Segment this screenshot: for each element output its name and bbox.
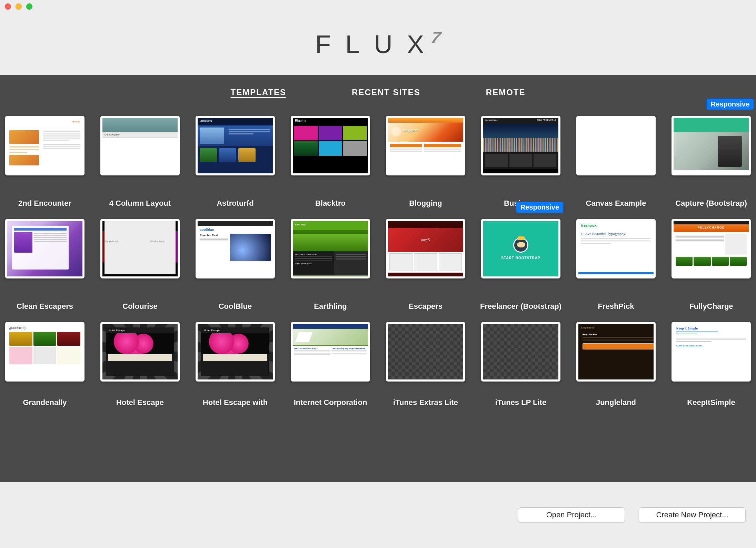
footer-bar: Open Project... Create New Project... [0, 482, 756, 548]
responsive-badge: Responsive [706, 99, 754, 110]
template-thumbnail: grandenally [5, 322, 84, 382]
template-hotel-escape-anim[interactable]: Hotel Escape Hotel Escape with Anim [192, 322, 278, 408]
template-escapers[interactable]: loveS Escapers [383, 219, 468, 312]
template-thumbnail: Colourise Template InfoSidebar Menu [100, 219, 180, 278]
template-thumbnail [672, 116, 751, 175]
maximize-window-button[interactable] [26, 3, 32, 10]
template-fullycharge[interactable]: FULLYCHARGE FullyCharge [668, 219, 754, 312]
template-itunes-extras-lite[interactable]: iTunes Extras Lite [383, 322, 468, 408]
template-thumbnail: loveS [386, 219, 465, 278]
close-window-button[interactable] [5, 3, 11, 10]
template-label: Hotel Escape with Anim [192, 398, 278, 408]
template-thumbnail: coolblue Read Me First [196, 219, 275, 278]
template-earthling[interactable]: earthling welcome to ullamcorperlorem ip… [288, 219, 373, 312]
template-thumbnail: FULLYCHARGE [672, 219, 751, 278]
app-header: FLUX 7 [0, 13, 756, 75]
minimize-window-button[interactable] [16, 3, 22, 10]
template-label: Blogging [409, 199, 442, 209]
template-coolblue[interactable]: coolblue Read Me First CoolBlue [192, 219, 278, 312]
template-label: CoolBlue [219, 302, 252, 312]
template-thumbnail: companylogoNEW PRODUCT 1.0 [481, 116, 560, 175]
template-freelancer-bootstrap[interactable]: Responsive START BOOTSTRAP Freelancer (B… [478, 219, 564, 312]
responsive-badge: Responsive [516, 202, 564, 213]
template-blogging[interactable]: blogging Blogging [383, 116, 468, 209]
template-thumbnail: Hotel Escape [100, 322, 180, 382]
template-label: KeepItSimple [687, 398, 735, 408]
template-label: 4 Column Layout [109, 199, 171, 209]
template-label: Blacktro [315, 199, 346, 209]
template-label: Grandenally [23, 398, 67, 408]
template-label: Hotel Escape [116, 398, 164, 408]
template-thumbnail: Keep It Simple Lorem Ipsum Dolor Sit Ame… [672, 322, 751, 382]
template-thumbnail [576, 116, 656, 175]
template-thumbnail: freshpick. I Love Beautiful Typography. [576, 219, 656, 278]
tab-remote[interactable]: REMOTE [486, 88, 526, 99]
template-freshpick[interactable]: freshpick. I Love Beautiful Typography. … [573, 219, 659, 312]
content-area: TEMPLATES RECENT SITES REMOTE denco 2nd … [0, 75, 756, 482]
template-label: Capture (Bootstrap) [675, 199, 747, 209]
template-label: Jungleland [596, 398, 636, 408]
template-jungleland[interactable]: Jungleland Read Me First Jungleland [573, 322, 659, 408]
template-thumbnail [5, 219, 84, 278]
tab-templates[interactable]: TEMPLATES [231, 88, 287, 99]
template-thumbnail: astroturfd [196, 116, 275, 175]
template-thumbnail [481, 322, 560, 382]
template-label: Canvas Example [586, 199, 646, 209]
template-capture-bootstrap[interactable]: Responsive Capture (Bootstrap) [668, 116, 754, 209]
template-thumbnail: denco [5, 116, 84, 175]
template-label: Internet Corporation [294, 398, 367, 408]
template-thumbnail: What do we do exactly? Outsourcing key p… [291, 322, 370, 382]
template-thumbnail: START BOOTSTRAP [481, 219, 560, 278]
template-canvas-example[interactable]: Canvas Example [573, 116, 659, 209]
window-titlebar [0, 0, 756, 13]
template-label: Freelancer (Bootstrap) [480, 302, 561, 312]
template-thumbnail: Jungleland Read Me First [576, 322, 656, 382]
template-business[interactable]: companylogoNEW PRODUCT 1.0 Business [478, 116, 564, 209]
template-blacktro[interactable]: Blactro Blacktro [288, 116, 373, 209]
template-astroturfd[interactable]: astroturfd Astroturfd [192, 116, 278, 209]
template-thumbnail [386, 322, 465, 382]
template-label: FullyCharge [689, 302, 733, 312]
template-4-column-layout[interactable]: Our Company 4 Column Layout [97, 116, 183, 209]
logo-text: FLUX [315, 30, 438, 59]
template-hotel-escape[interactable]: Hotel Escape Hotel Escape [97, 322, 183, 408]
template-label: iTunes LP Lite [495, 398, 546, 408]
tab-recent-sites[interactable]: RECENT SITES [352, 88, 420, 99]
template-grid: denco 2nd Encounter Our Company 4 Column… [0, 116, 756, 408]
open-project-button[interactable]: Open Project... [518, 507, 625, 522]
template-itunes-lp-lite[interactable]: iTunes LP Lite [478, 322, 564, 408]
template-keepitsimple[interactable]: Keep It Simple Lorem Ipsum Dolor Sit Ame… [668, 322, 754, 408]
template-thumbnail: Blactro [291, 116, 370, 175]
template-clean-escapers[interactable]: Clean Escapers [2, 219, 88, 312]
template-label: Astroturfd [217, 199, 254, 209]
template-thumbnail: blogging [386, 116, 465, 175]
app-logo: FLUX 7 [315, 30, 441, 59]
template-thumbnail: Hotel Escape [196, 322, 275, 382]
template-2nd-encounter[interactable]: denco 2nd Encounter [2, 116, 88, 209]
template-label: iTunes Extras Lite [393, 398, 458, 408]
create-new-project-button[interactable]: Create New Project... [639, 507, 746, 522]
template-label: 2nd Encounter [18, 199, 71, 209]
template-label: Clean Escapers [17, 302, 73, 312]
template-label: FreshPick [598, 302, 634, 312]
template-label: Escapers [409, 302, 442, 312]
template-colourise[interactable]: Colourise Template InfoSidebar Menu Colo… [97, 219, 183, 312]
template-internet-corporation[interactable]: What do we do exactly? Outsourcing key p… [288, 322, 373, 408]
template-thumbnail: earthling welcome to ullamcorperlorem ip… [291, 219, 370, 278]
template-grandenally[interactable]: grandenally Grandenally [2, 322, 88, 408]
template-label: Colourise [122, 302, 157, 312]
template-thumbnail: Our Company [100, 116, 180, 175]
template-label: Earthling [314, 302, 347, 312]
tab-bar: TEMPLATES RECENT SITES REMOTE [0, 88, 756, 99]
